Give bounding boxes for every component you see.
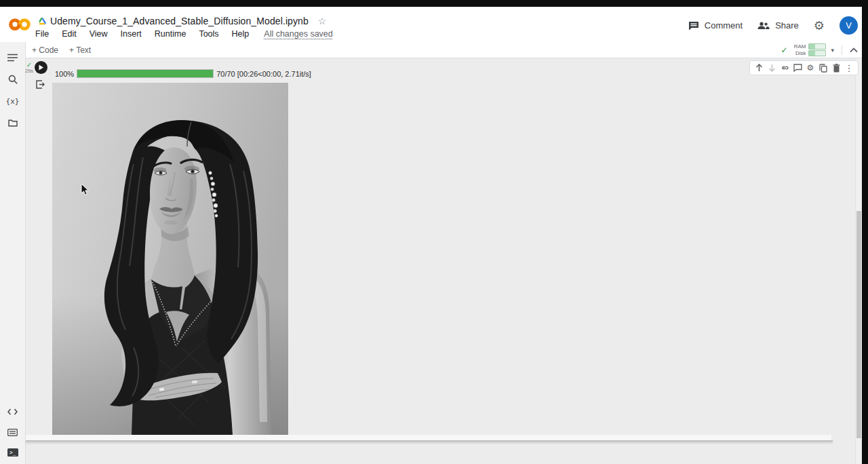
- menu-view[interactable]: View: [90, 29, 108, 39]
- notebook-content: ✓ 29s 100%: [26, 58, 862, 464]
- add-code-button[interactable]: + Code: [32, 45, 58, 55]
- output-toggle-icon[interactable]: [36, 79, 45, 92]
- disk-label: Disk: [792, 50, 806, 56]
- code-snippets-icon[interactable]: [0, 402, 25, 422]
- terminal-icon[interactable]: >_: [0, 442, 25, 463]
- execution-time: 29s: [22, 68, 37, 74]
- move-cell-up-icon[interactable]: [753, 62, 764, 73]
- toolbar-divider: [842, 45, 842, 55]
- star-icon[interactable]: ☆: [318, 16, 327, 26]
- progress-percent: 100%: [55, 70, 74, 78]
- left-sidebar: {x}: [0, 42, 26, 464]
- add-comment-icon[interactable]: [792, 62, 803, 73]
- more-cell-actions-icon[interactable]: ⋮: [844, 62, 854, 73]
- ram-meter: [808, 43, 826, 50]
- collapse-header-chevron-icon[interactable]: [850, 47, 858, 53]
- scrollbar-track[interactable]: [855, 58, 862, 464]
- execution-badge: ✓ 29s: [22, 62, 37, 74]
- menu-runtime[interactable]: Runtime: [155, 29, 186, 39]
- progress-fill: [77, 70, 213, 77]
- notebook-toolbar: + Code + Text ✓ RAM Disk: [26, 42, 862, 58]
- menu-insert[interactable]: Insert: [121, 29, 142, 39]
- files-icon[interactable]: [0, 113, 25, 133]
- colab-window: Udemy_Course_1_Advanced_Stable_Diffusion…: [0, 7, 862, 464]
- drive-icon: [38, 18, 46, 25]
- menu-help[interactable]: Help: [232, 29, 250, 39]
- ram-label: RAM: [792, 43, 806, 50]
- cell-bottom-border: [26, 440, 833, 442]
- video-letterbox-top: [0, 0, 868, 7]
- menu-file[interactable]: File: [35, 29, 49, 39]
- comment-icon: [688, 21, 699, 31]
- tqdm-progress: 100% 70/70 [00:26<00:00, 2.71it/s]: [55, 69, 311, 79]
- execution-check-icon: ✓: [22, 62, 37, 68]
- settings-gear-icon[interactable]: ⚙: [814, 20, 825, 32]
- disk-meter: [808, 50, 826, 56]
- notebook-title[interactable]: Udemy_Course_1_Advanced_Stable_Diffusion…: [50, 16, 309, 26]
- play-icon: [38, 64, 44, 71]
- header: Udemy_Course_1_Advanced_Stable_Diffusion…: [0, 7, 862, 42]
- variables-icon[interactable]: {x}: [0, 91, 25, 111]
- menu-edit[interactable]: Edit: [62, 29, 77, 39]
- delete-cell-icon[interactable]: [831, 62, 842, 73]
- generated-portrait-image: [52, 83, 288, 435]
- add-text-button[interactable]: + Text: [69, 45, 91, 55]
- video-letterbox-right: [862, 0, 868, 464]
- autosave-status[interactable]: All changes saved: [264, 29, 332, 39]
- cell-bottom-padding: [26, 435, 831, 440]
- copy-cell-icon[interactable]: [818, 62, 829, 73]
- resource-meters[interactable]: RAM Disk: [792, 43, 826, 56]
- progress-bar: [77, 69, 214, 78]
- cell-toolbar: ⚙ ⋮: [749, 60, 859, 75]
- comment-button[interactable]: Comment: [688, 20, 743, 31]
- share-label: Share: [775, 20, 799, 31]
- avatar[interactable]: V: [840, 16, 858, 35]
- copy-link-to-cell-icon[interactable]: [779, 62, 790, 73]
- command-palette-icon[interactable]: [0, 422, 25, 442]
- menu-tools[interactable]: Tools: [199, 29, 218, 39]
- share-button[interactable]: Share: [757, 20, 799, 31]
- menubar: File Edit View Insert Runtime Tools Help…: [35, 29, 333, 39]
- comment-label: Comment: [705, 20, 743, 31]
- progress-status: 70/70 [00:26<00:00, 2.71it/s]: [216, 70, 311, 78]
- cell-settings-gear-icon[interactable]: ⚙: [805, 62, 816, 73]
- resources-dropdown-caret-icon[interactable]: ▾: [831, 47, 834, 54]
- svg-text:>_: >_: [9, 450, 16, 456]
- move-cell-down-icon[interactable]: [766, 62, 777, 73]
- scrollbar-thumb[interactable]: [856, 211, 861, 438]
- people-icon: [757, 22, 770, 30]
- runtime-connected-check-icon: ✓: [781, 45, 787, 55]
- colab-logo[interactable]: [9, 16, 31, 33]
